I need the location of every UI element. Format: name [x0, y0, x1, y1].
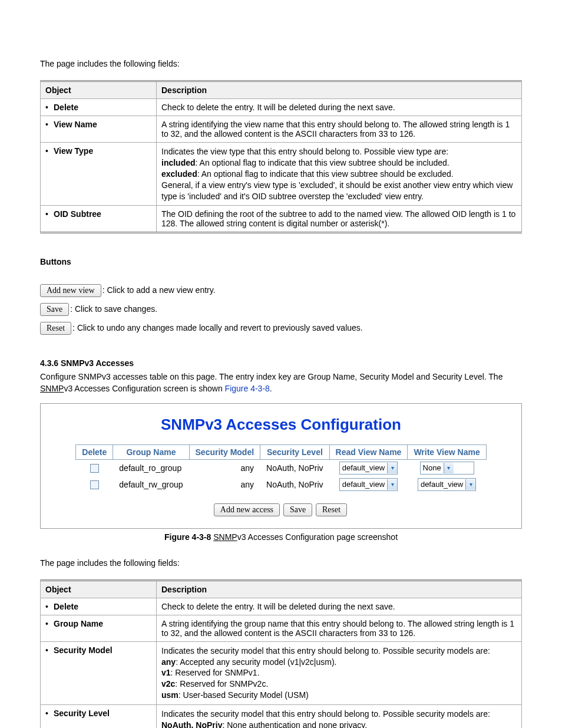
obj-label: Group Name [54, 619, 103, 628]
obj-label: Security Level [54, 709, 110, 718]
col-object: Object [41, 580, 157, 598]
col-object: Object [41, 81, 157, 99]
col-security-model: Security Model [189, 444, 260, 459]
reset-button[interactable]: Reset [40, 322, 71, 335]
fields-table-accesses: Object Description •Delete Check to dele… [40, 579, 522, 728]
table-row: default_ro_group any NoAuth, NoPriv defa… [76, 459, 486, 476]
table-row: •View Type Indicates the view type that … [41, 143, 522, 206]
buttons-heading: Buttons [40, 257, 522, 266]
table-row: •Group Name A string identifying the gro… [41, 615, 522, 641]
col-delete: Delete [76, 444, 113, 459]
table-row: •Security Level Indicates the security m… [41, 705, 522, 728]
obj-desc: A string identifying the group name that… [157, 615, 522, 641]
intro-text-2: The page includes the following fields: [40, 558, 522, 568]
add-new-view-button[interactable]: Add new view [40, 284, 101, 297]
obj-label: View Name [54, 120, 97, 129]
write-view-select[interactable]: default_view ▾ [418, 478, 476, 491]
table-row: •OID Subtree The OID defining the root o… [41, 206, 522, 233]
obj-desc: The OID defining the root of the subtree… [157, 206, 522, 233]
fields-table-views: Object Description •Delete Check to dele… [40, 80, 522, 233]
figure-link[interactable]: Figure 4-3-8 [225, 384, 270, 393]
reset-button[interactable]: Reset [316, 503, 347, 516]
table-row: •Delete Check to delete the entry. It wi… [41, 99, 522, 116]
section-body: Configure SNMPv3 accesses table on this … [40, 371, 522, 394]
btn-desc: : Click to undo any changes made locally… [72, 323, 363, 332]
intro-text-1: The page includes the following fields: [40, 59, 522, 68]
btn-desc: : Click to add a new view entry. [103, 285, 216, 295]
obj-desc: Check to delete the entry. It will be de… [157, 99, 522, 116]
save-button[interactable]: Save [283, 503, 312, 516]
save-button[interactable]: Save [40, 303, 69, 316]
obj-label: OID Subtree [54, 209, 101, 219]
read-view-select[interactable]: default_view ▾ [339, 478, 398, 491]
chevron-down-icon: ▾ [387, 463, 397, 473]
table-row: •Delete Check to delete the entry. It wi… [41, 598, 522, 615]
figure-caption: Figure 4-3-8 SNMPv3 Accesses Configurati… [40, 532, 522, 542]
read-view-select[interactable]: default_view ▾ [339, 462, 398, 475]
section-heading-accesses: 4.3.6 SNMPv3 Accesses [40, 358, 522, 368]
obj-desc: A string identifying the view name that … [157, 116, 522, 143]
obj-desc: Indicates the security model that this e… [157, 641, 522, 704]
accesses-table: Delete Group Name Security Model Securit… [75, 444, 486, 493]
cell-model: any [189, 459, 260, 476]
delete-checkbox[interactable] [90, 480, 99, 489]
cell-level: NoAuth, NoPriv [260, 459, 329, 476]
col-description: Description [157, 580, 522, 598]
obj-label: Delete [54, 103, 78, 112]
chevron-down-icon: ▾ [465, 479, 475, 490]
screenshot-title: SNMPv3 Accesses Configuration [47, 416, 515, 434]
obj-desc: Indicates the view type that this entry … [157, 143, 522, 206]
btn-desc: : Click to save changes. [70, 304, 157, 314]
table-row: default_rw_group any NoAuth, NoPriv defa… [76, 476, 486, 493]
delete-checkbox[interactable] [90, 464, 99, 473]
col-security-level: Security Level [260, 444, 329, 459]
obj-desc: Indicates the security model that this e… [157, 705, 522, 728]
col-read-view: Read View Name [329, 444, 408, 459]
cell-model: any [189, 476, 260, 493]
chevron-down-icon: ▾ [387, 479, 397, 490]
obj-label: Security Model [54, 645, 113, 655]
col-description: Description [157, 81, 522, 99]
table-row: •Security Model Indicates the security m… [41, 641, 522, 704]
cell-level: NoAuth, NoPriv [260, 476, 329, 493]
table-row: •View Name A string identifying the view… [41, 116, 522, 143]
accesses-config-screenshot: SNMPv3 Accesses Configuration Delete Gro… [40, 403, 522, 529]
col-write-view: Write View Name [408, 444, 486, 459]
cell-group: default_ro_group [113, 459, 189, 476]
obj-desc: Check to delete the entry. It will be de… [157, 598, 522, 615]
col-group-name: Group Name [113, 444, 189, 459]
cell-group: default_rw_group [113, 476, 189, 493]
obj-label: View Type [54, 146, 93, 156]
write-view-select[interactable]: None ▾ [420, 462, 474, 475]
obj-label: Delete [54, 602, 78, 611]
add-new-access-button[interactable]: Add new access [214, 503, 280, 516]
chevron-down-icon: ▾ [444, 463, 454, 473]
